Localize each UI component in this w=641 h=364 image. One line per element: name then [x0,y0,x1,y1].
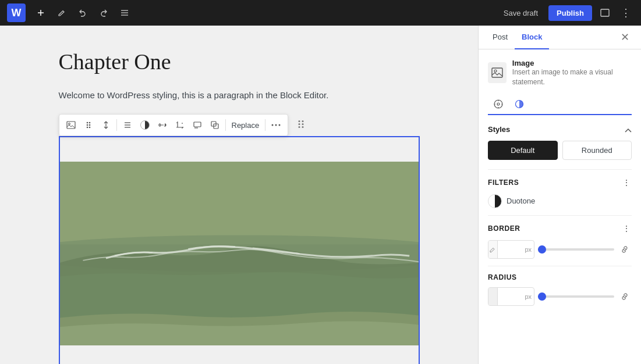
drag-handle[interactable] [297,120,305,131]
block-type-header: Image Insert an image to make a visual s… [488,59,632,87]
toolbar-separator-1 [116,119,117,131]
svg-point-8 [86,124,88,126]
image-size-button[interactable] [207,117,223,133]
border-slider-thumb[interactable] [538,245,546,254]
border-px-input[interactable] [498,241,525,258]
redo-button[interactable] [95,5,112,21]
editor-area: Chapter One Welcome to WordPress styling… [0,26,478,364]
filters-title: Filters [488,179,519,187]
undo-button[interactable] [75,5,91,21]
block-more-options-button[interactable] [268,117,284,133]
sidebar-close-button[interactable]: ✕ [616,26,634,49]
duotone-icon [488,194,502,208]
styles-title: Styles [488,125,510,134]
border-section-header: BORDER ⋮ [488,223,632,234]
tab-post[interactable]: Post [486,26,515,49]
svg-point-26 [299,126,300,128]
border-options-button[interactable]: ⋮ [621,223,632,234]
block-type-title: Image [512,59,632,67]
ocean-image [60,137,419,364]
settings-filter-tabs [488,94,632,115]
image-block[interactable] [59,136,420,364]
radius-section: RADIUS px [488,266,632,306]
drag-button[interactable] [80,117,97,133]
radius-edit-icon [488,288,498,305]
svg-point-6 [86,122,88,124]
svg-rect-4 [67,122,75,129]
border-input-group: px [488,240,534,259]
sidebar-tabs: Post Block ✕ [479,26,641,49]
duotone-label: Duotone [507,197,535,205]
svg-rect-32 [492,68,502,77]
svg-point-33 [494,70,497,72]
border-title: BORDER [488,224,520,233]
block-type-description: Insert an image to make a visual stateme… [512,67,632,87]
radius-input-group: px [488,287,534,306]
move-up-down-button[interactable] [98,117,114,133]
view-button[interactable] [597,5,613,21]
replace-button[interactable]: Replace [228,117,263,133]
wp-logo[interactable]: W [7,3,26,22]
settings-tab-button[interactable] [488,94,509,115]
svg-point-10 [86,127,88,129]
svg-rect-15 [194,122,201,127]
filters-section-header: Filters ⋮ [488,177,632,188]
svg-point-20 [275,124,277,126]
svg-rect-3 [601,9,609,16]
svg-point-11 [88,127,90,129]
save-draft-button[interactable]: Save draft [498,5,544,21]
radius-input-row: px [488,287,632,306]
svg-point-21 [279,124,281,126]
align-button[interactable] [119,117,136,133]
border-section: BORDER ⋮ px [488,215,632,259]
main-area: Chapter One Welcome to WordPress styling… [0,26,641,364]
radius-section-header: RADIUS [488,273,632,281]
sidebar-body: Image Insert an image to make a visual s… [479,49,641,320]
radius-slider-track[interactable] [538,295,614,298]
publish-button[interactable]: Publish [548,5,592,21]
border-input-row: px [488,240,632,259]
styles-section: Styles Default Rounded [488,124,632,160]
filter-row: Duotone [488,194,632,208]
paragraph-text[interactable]: Welcome to WordPress styling, this is a … [59,88,420,102]
svg-point-19 [272,124,274,126]
radius-px-input[interactable] [498,288,525,305]
options-button[interactable]: ⋮ [618,5,634,21]
link-button[interactable] [154,117,171,133]
border-edit-icon [488,241,498,258]
edit-icon-button[interactable] [54,5,70,21]
styles-toggle-button[interactable] [625,124,632,135]
duotone-filter-button[interactable] [137,117,153,133]
radius-px-label: px [525,293,534,300]
toolbar-separator-2 [225,119,226,131]
top-toolbar: W Save draft Publish ⋮ [0,0,641,26]
tab-block[interactable]: Block [515,26,549,49]
filters-section: Filters ⋮ Duotone [488,169,632,208]
block-toolbar: Replace [59,114,289,136]
radius-title: RADIUS [488,273,517,281]
svg-point-5 [68,123,70,125]
border-slider-track[interactable] [538,248,614,251]
radius-link-button[interactable] [618,290,632,304]
add-block-button[interactable] [33,5,49,21]
styles-section-header: Styles [488,124,632,135]
svg-point-24 [299,123,300,125]
chapter-title[interactable]: Chapter One [59,49,420,74]
block-type-info: Image Insert an image to make a visual s… [512,59,632,87]
radius-slider-thumb[interactable] [538,292,546,301]
filters-options-button[interactable]: ⋮ [621,177,632,188]
block-type-icon [488,62,507,83]
svg-point-7 [88,122,90,124]
style-rounded-button[interactable]: Rounded [562,141,632,160]
caption-button[interactable] [189,117,206,133]
toolbar-separator-3 [265,119,265,131]
crop-button[interactable] [172,117,188,133]
style-default-button[interactable]: Default [488,141,558,160]
svg-point-23 [302,120,304,122]
border-link-button[interactable] [618,242,632,256]
filter-tab-button[interactable] [509,94,530,115]
image-type-button[interactable] [63,117,79,133]
editor-content: Chapter One Welcome to WordPress styling… [59,49,420,341]
document-overview-button[interactable] [116,5,133,21]
svg-point-9 [88,124,90,126]
